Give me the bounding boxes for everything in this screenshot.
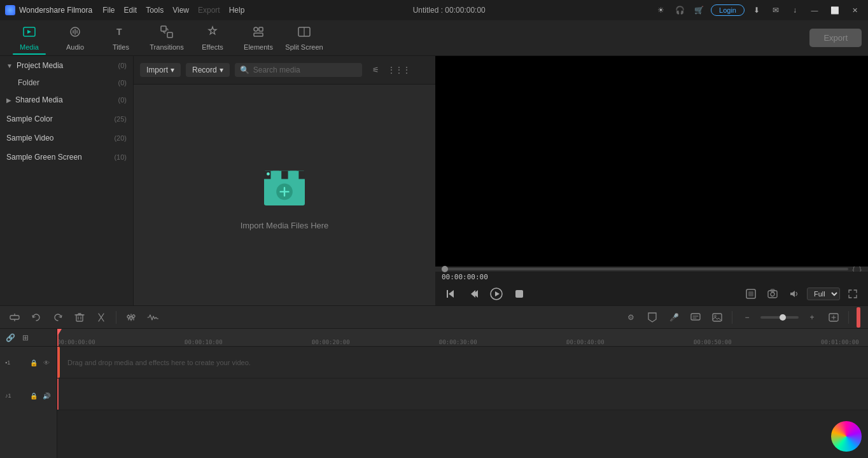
filter-icon[interactable]: ⚟ — [367, 61, 385, 79]
clip-adjustments-icon[interactable] — [123, 309, 139, 326]
sidebar-section-project-media[interactable]: ▼ Project Media (0) — [0, 56, 133, 75]
audio-mute-icon[interactable]: 🔊 — [41, 391, 52, 401]
zoom-slider[interactable] — [760, 316, 799, 319]
timeline-toolbar: ⚙ 🎤 − + — [0, 306, 868, 329]
record-button[interactable]: Record ▾ — [186, 63, 230, 77]
tab-audio[interactable]: Audio — [52, 22, 98, 55]
timeline-settings-icon[interactable]: ⚙ — [622, 309, 639, 326]
sidebar-item-folder[interactable]: Folder (0) — [0, 75, 133, 90]
menu-help[interactable]: Help — [229, 6, 245, 15]
playhead-indicator — [857, 307, 860, 328]
updates-icon[interactable]: ↓ — [788, 3, 802, 17]
delete-button[interactable] — [71, 309, 88, 326]
menu-file[interactable]: File — [102, 6, 115, 15]
tab-media[interactable]: Media — [6, 22, 52, 55]
svg-point-31 — [771, 293, 774, 296]
main-toolbar: Media Audio T Titles Transitions — [0, 20, 868, 56]
video-track-content[interactable]: Drag and drop media and effects here to … — [57, 347, 868, 378]
fullscreen-icon[interactable] — [844, 285, 862, 303]
search-input[interactable] — [253, 66, 357, 74]
clip-marker-icon[interactable] — [644, 309, 661, 326]
export-button[interactable]: Export — [809, 29, 862, 47]
audio-track-icons: 🔒 🔊 — [29, 391, 52, 401]
titlebar: Wondershare Filmora File Edit Tools View… — [0, 0, 868, 20]
sidebar-section-sample-color[interactable]: Sample Color (25) — [0, 109, 133, 128]
svg-point-45 — [127, 316, 130, 318]
audio-tab-icon — [68, 25, 82, 42]
menu-view[interactable]: View — [172, 6, 189, 15]
titles-tab-label: Titles — [113, 43, 129, 51]
add-track-button[interactable] — [6, 309, 23, 326]
maximize-button[interactable]: ⬜ — [827, 3, 843, 17]
lock-icon[interactable]: 🔒 — [29, 357, 39, 368]
audio-lock-icon[interactable]: 🔒 — [29, 391, 39, 401]
auto-caption-icon[interactable] — [687, 309, 704, 326]
preview-seekbar[interactable]: { } — [435, 267, 868, 272]
import-button[interactable]: Import ▾ — [140, 63, 181, 77]
svg-rect-27 — [515, 290, 523, 298]
menu-tools[interactable]: Tools — [146, 6, 164, 15]
menu-edit[interactable]: Edit — [124, 6, 137, 15]
tab-effects[interactable]: Effects — [190, 22, 235, 55]
timeline-ruler[interactable]: 00:00:00:00 00:00:10:00 00:00:20:00 00:0… — [57, 329, 868, 347]
step-back-button[interactable] — [442, 285, 459, 303]
snapshot-icon[interactable] — [764, 285, 781, 303]
video-playhead — [57, 347, 59, 378]
theme-icon[interactable]: ☀ — [654, 3, 668, 17]
cart-icon[interactable]: 🛒 — [692, 3, 706, 17]
notification-icon[interactable]: ✉ — [769, 3, 783, 17]
sidebar-section-sample-video[interactable]: Sample Video (20) — [0, 128, 133, 148]
seekbar-track[interactable] — [442, 268, 848, 270]
link-toggle-icon[interactable]: 🔗 — [4, 331, 17, 344]
svg-rect-22 — [447, 290, 448, 298]
fit-to-screen-icon[interactable] — [742, 285, 760, 303]
quality-select[interactable]: Full 1/2 1/4 1/8 — [807, 288, 840, 300]
svg-rect-3 — [161, 26, 166, 31]
splitscreen-tab-label: Split Screen — [285, 43, 323, 51]
stop-button[interactable] — [510, 285, 528, 303]
zoom-fit-icon[interactable] — [825, 309, 842, 326]
svg-marker-21 — [449, 290, 454, 298]
play-button[interactable] — [487, 285, 505, 303]
tab-titles[interactable]: T Titles — [98, 22, 144, 55]
sidebar-section-shared-media[interactable]: ▶ Shared Media (0) — [0, 90, 133, 109]
preview-screen — [435, 56, 868, 267]
close-button[interactable]: ✕ — [848, 3, 863, 17]
tab-splitscreen[interactable]: Split Screen — [281, 22, 327, 55]
seekbar-handle[interactable] — [442, 266, 448, 272]
frame-back-button[interactable] — [465, 285, 482, 303]
import-chevron-icon: ▾ — [171, 66, 174, 74]
ruler-mark-3: 00:00:30:00 — [439, 339, 477, 345]
grid-options-icon[interactable]: ⋮⋮⋮ — [390, 61, 408, 79]
voice-record-icon[interactable]: 🎤 — [666, 309, 682, 326]
audio-track-content[interactable] — [57, 378, 868, 410]
sidebar-section-sample-color-label: Sample Color — [6, 114, 53, 123]
tab-transitions[interactable]: Transitions — [144, 22, 190, 55]
search-box: 🔍 — [235, 63, 362, 77]
ruler-mark-0: 00:00:00:00 — [57, 339, 95, 345]
cut-button[interactable] — [93, 309, 109, 326]
media-content: Import Media Files Here — [134, 85, 435, 305]
redo-button[interactable] — [50, 309, 66, 326]
track-icons: 🔒 👁 — [29, 357, 52, 368]
zoom-in-icon[interactable]: + — [804, 309, 820, 326]
ruler-mark-4: 00:00:40:00 — [566, 339, 605, 345]
menu-export[interactable]: Export — [198, 6, 220, 15]
waveform-icon[interactable] — [144, 309, 161, 326]
thumbnail-icon[interactable] — [709, 309, 725, 326]
minimize-button[interactable]: — — [807, 3, 822, 17]
download-manager-icon[interactable]: ⬇ — [750, 3, 764, 17]
wondershare-logo — [831, 421, 862, 452]
transitions-tab-icon — [160, 25, 174, 42]
svg-rect-34 — [10, 316, 19, 319]
snap-toggle-icon[interactable]: ⊞ — [19, 331, 32, 344]
headphone-icon[interactable]: 🎧 — [673, 3, 687, 17]
tab-elements[interactable]: Elements — [235, 22, 281, 55]
zoom-out-icon[interactable]: − — [739, 309, 755, 326]
undo-button[interactable] — [28, 309, 45, 326]
sidebar-section-sample-green[interactable]: Sample Green Screen (10) — [0, 148, 133, 167]
volume-icon[interactable] — [785, 285, 803, 303]
eye-icon[interactable]: 👁 — [41, 357, 52, 368]
svg-rect-29 — [748, 291, 753, 296]
login-button[interactable]: Login — [711, 4, 745, 16]
